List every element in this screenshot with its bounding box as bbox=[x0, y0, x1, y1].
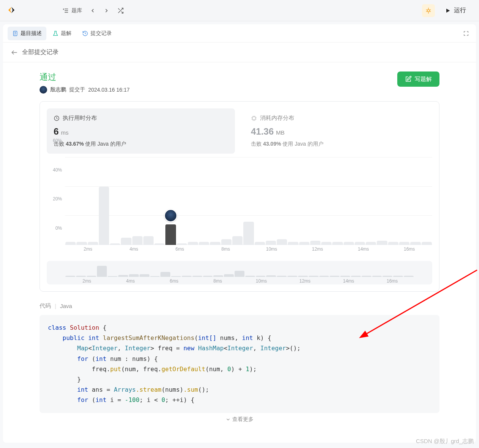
chart-bar[interactable] bbox=[344, 242, 354, 245]
stats-card: 执行用时分布 6 ms 击败 43.67% 使用 Java 的用户 bbox=[40, 101, 439, 292]
document-icon bbox=[12, 30, 18, 37]
play-icon bbox=[445, 8, 451, 14]
clock-icon bbox=[54, 115, 60, 121]
chart-bar[interactable] bbox=[355, 242, 365, 245]
tab-solution[interactable]: 题解 bbox=[48, 27, 76, 40]
tab-solution-label: 题解 bbox=[61, 30, 71, 37]
problems-link[interactable]: 题库 bbox=[59, 5, 86, 17]
chart-bar[interactable] bbox=[188, 242, 198, 245]
chart-bar[interactable] bbox=[388, 242, 398, 245]
chart-bar[interactable] bbox=[132, 236, 143, 245]
chart-bar[interactable] bbox=[99, 187, 109, 245]
code-label: 代码 bbox=[40, 302, 51, 310]
svg-marker-13 bbox=[446, 8, 450, 13]
chart-bar[interactable] bbox=[399, 242, 409, 245]
show-more-label: 查看更多 bbox=[232, 416, 254, 423]
run-button[interactable]: 运行 bbox=[438, 4, 473, 17]
runtime-beats-pct: 43.67% bbox=[66, 141, 84, 147]
chevron-left-icon bbox=[90, 8, 96, 14]
chevron-right-icon bbox=[103, 8, 109, 14]
show-more-button[interactable]: 查看更多 bbox=[40, 416, 439, 423]
chart-bar[interactable] bbox=[310, 241, 320, 245]
chart-bar[interactable] bbox=[332, 242, 343, 245]
shuffle-button[interactable] bbox=[113, 5, 128, 17]
status-row: 通过 殷志鹏 提交于 2024.03.16 16:17 写题解 bbox=[40, 71, 439, 94]
logo[interactable] bbox=[6, 5, 17, 16]
chart-bar[interactable] bbox=[154, 243, 165, 245]
tab-submissions-label: 提交记录 bbox=[90, 30, 112, 37]
back-button[interactable] bbox=[11, 49, 18, 56]
chart-bar[interactable] bbox=[299, 242, 309, 245]
author-name[interactable]: 殷志鹏 bbox=[50, 86, 66, 93]
tab-submissions[interactable]: 提交记录 bbox=[78, 27, 116, 40]
chart-bar[interactable] bbox=[143, 236, 154, 245]
flask-icon bbox=[52, 30, 59, 37]
code-header: 代码 | Java bbox=[40, 302, 439, 310]
chart-bar[interactable] bbox=[65, 242, 76, 245]
problems-label: 题库 bbox=[71, 7, 82, 14]
chart-bar[interactable] bbox=[266, 241, 276, 245]
chart-bar[interactable] bbox=[110, 243, 120, 245]
memory-title: 消耗内存分布 bbox=[260, 114, 294, 122]
chart-bar[interactable] bbox=[243, 222, 254, 245]
chart-bar[interactable] bbox=[121, 238, 131, 245]
top-right-controls: 运行 bbox=[422, 4, 473, 17]
chart-bar[interactable] bbox=[422, 242, 432, 245]
chart-bar[interactable] bbox=[255, 242, 265, 245]
chip-icon bbox=[251, 115, 257, 121]
tab-description[interactable]: 题目描述 bbox=[8, 27, 46, 40]
memory-beats-pct: 43.09% bbox=[263, 141, 281, 147]
chart-bar[interactable] bbox=[321, 242, 331, 245]
subheader: 全部提交记录 bbox=[3, 43, 476, 62]
mini-chart[interactable]: 2ms4ms6ms8ms10ms12ms14ms16ms bbox=[47, 261, 432, 284]
byline: 殷志鹏 提交于 2024.03.16 16:17 bbox=[40, 86, 130, 94]
chart-bar[interactable] bbox=[410, 242, 420, 245]
avatar[interactable] bbox=[40, 86, 47, 94]
tab-description-label: 题目描述 bbox=[21, 30, 42, 37]
edit-icon bbox=[405, 76, 412, 83]
memory-panel[interactable]: 消耗内存分布 41.36 MB 击败 43.09% 使用 Java 的用户 bbox=[244, 108, 432, 154]
submitted-prefix: 提交于 bbox=[69, 86, 85, 93]
runtime-unit: ms bbox=[61, 129, 68, 136]
svg-line-8 bbox=[426, 10, 427, 10]
chart-bar[interactable] bbox=[221, 239, 232, 245]
svg-rect-21 bbox=[252, 117, 255, 120]
runtime-panel[interactable]: 执行用时分布 6 ms 击败 43.67% 使用 Java 的用户 bbox=[47, 108, 235, 154]
submitted-time: 2024.03.16 16:17 bbox=[88, 87, 130, 93]
runtime-chart: 0%20%40%60% 2ms4ms6ms8ms10ms12ms14ms16ms bbox=[47, 157, 432, 256]
runtime-beats-suffix: 使用 Java 的用户 bbox=[85, 141, 126, 147]
code-lang: Java bbox=[60, 303, 72, 309]
svg-line-5 bbox=[118, 8, 120, 10]
subheader-title: 全部提交记录 bbox=[22, 48, 59, 56]
chart-bar[interactable] bbox=[288, 242, 298, 245]
memory-value: 41.36 bbox=[251, 126, 274, 137]
chart-bar[interactable] bbox=[210, 242, 220, 245]
write-solution-button[interactable]: 写题解 bbox=[397, 71, 439, 87]
chart-bar[interactable] bbox=[277, 239, 287, 245]
chart-bar[interactable] bbox=[199, 242, 209, 245]
svg-line-10 bbox=[426, 11, 427, 12]
runtime-title: 执行用时分布 bbox=[63, 114, 97, 122]
top-bar: 题库 运行 bbox=[0, 0, 479, 21]
debug-icon[interactable] bbox=[422, 4, 435, 17]
expand-icon bbox=[463, 30, 469, 37]
code-block[interactable]: class Solution { public int largestSumAf… bbox=[40, 315, 439, 413]
memory-beats-prefix: 击败 bbox=[251, 141, 262, 147]
fullscreen-button[interactable] bbox=[461, 28, 471, 39]
chart-bar[interactable] bbox=[165, 224, 176, 245]
svg-line-9 bbox=[430, 10, 431, 10]
main-area: 通过 殷志鹏 提交于 2024.03.16 16:17 写题解 执行用时分布 bbox=[3, 62, 476, 423]
chart-bar[interactable] bbox=[76, 242, 87, 245]
memory-beats-suffix: 使用 Java 的用户 bbox=[282, 141, 323, 147]
tab-bar: 题目描述 题解 提交记录 bbox=[3, 24, 476, 43]
status-title: 通过 bbox=[40, 71, 130, 83]
chart-bar[interactable] bbox=[177, 243, 187, 245]
chart-bar[interactable] bbox=[232, 236, 243, 245]
chart-bar[interactable] bbox=[377, 241, 387, 245]
shuffle-icon bbox=[117, 7, 124, 14]
chart-bar[interactable] bbox=[366, 242, 376, 245]
chevron-down-icon bbox=[225, 417, 231, 422]
next-button[interactable] bbox=[100, 5, 113, 17]
prev-button[interactable] bbox=[86, 5, 100, 17]
chart-bar[interactable] bbox=[88, 242, 98, 245]
